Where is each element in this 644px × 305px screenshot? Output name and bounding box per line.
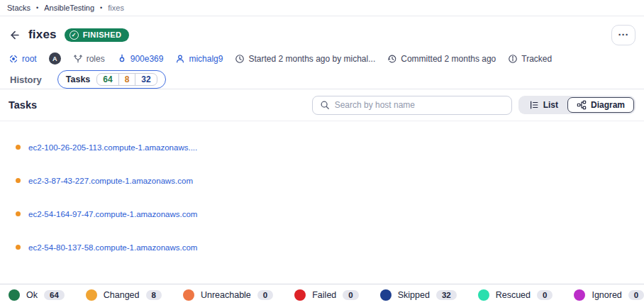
breadcrumb: Stacks • AnsibleTesting • fixes [0,0,644,16]
view-toggle: List Diagram [518,96,635,114]
playbook-item: roles [73,54,105,64]
host-status-dot [16,178,21,183]
breadcrumb-current: fixes [108,4,124,12]
host-link[interactable]: ec2-100-26-205-113.compute-1.amazonaws..… [28,143,197,152]
legend-item-rescued: Rescued 0 [478,289,553,301]
user-icon [175,54,185,64]
legend-count: 8 [146,290,162,300]
ok-dot [9,289,20,301]
legend-label: Failed [312,290,336,300]
view-list-button[interactable]: List [520,97,567,113]
check-icon: ✓ [70,30,79,40]
skipped-dot [380,289,392,301]
breadcrumb-separator: • [36,4,38,11]
target-icon [9,54,18,64]
commit-item[interactable]: 900e369 [117,54,164,64]
more-options-button[interactable]: ··· [611,25,635,45]
legend-count: 0 [628,290,644,300]
legend-label: Unreachable [201,290,251,300]
started-item: Started 2 months ago by michal... [235,54,375,64]
host-status-dot [16,211,21,216]
diagram-icon [577,100,587,110]
clock-icon [235,54,245,64]
info-icon [508,54,518,64]
environment-label: root [22,54,37,64]
search-box[interactable] [312,96,512,115]
playbook-label: roles [87,54,105,64]
history-clock-icon [387,54,397,64]
commit-icon [117,54,127,64]
host-link[interactable]: ec2-3-87-43-227.compute-1.amazonaws.com [28,177,193,185]
breadcrumb-stacks[interactable]: Stacks [7,4,30,12]
committed-label: Committed 2 months ago [401,54,496,64]
breadcrumb-stack-name[interactable]: AnsibleTesting [44,4,94,12]
legend-label: Changed [104,290,140,300]
view-diagram-label: Diagram [591,100,625,110]
legend-item-unreachable: Unreachable 0 [183,289,273,301]
status-badge-label: FINISHED [83,30,122,39]
failed-dot [294,289,306,301]
commit-hash: 900e369 [131,54,164,64]
user-item[interactable]: michalg9 [175,54,223,64]
legend-item-ignored: Ignored 0 [574,289,644,301]
environment-item[interactable]: root [9,54,37,64]
status-badge: ✓ FINISHED [65,28,130,42]
legend-item-failed: Failed 0 [294,289,358,301]
legend-item-changed: Changed 8 [86,289,162,301]
host-status-dot [16,245,21,250]
tab-tasks[interactable]: Tasks 64 8 32 [57,70,166,89]
title-row: fixes ✓ FINISHED ··· [0,16,644,45]
status-legend: Ok 64 Changed 8 Unreachable 0 Failed 0 S… [0,284,644,305]
legend-label: Ok [26,290,38,300]
legend-item-ok: Ok 64 [9,289,65,301]
host-row: ec2-100-26-205-113.compute-1.amazonaws..… [16,140,644,154]
tab-history[interactable]: History [10,74,42,85]
legend-label: Rescued [496,290,531,300]
search-input[interactable] [335,100,504,110]
committed-item: Committed 2 months ago [387,54,496,64]
ansible-avatar: A [49,52,61,65]
legend-count: 0 [537,290,553,300]
back-icon[interactable] [9,29,21,41]
section-title: Tasks [9,99,312,111]
page-title: fixes [28,28,57,42]
host-link[interactable]: ec2-54-80-137-58.compute-1.amazonaws.com [28,243,197,252]
view-diagram-button[interactable]: Diagram [567,97,634,113]
user-label: michalg9 [189,54,223,64]
meta-row: root A roles 900e369 michalg9 [0,45,644,66]
tracked-label: Tracked [521,54,552,64]
legend-item-skipped: Skipped 32 [380,289,457,301]
legend-count: 32 [436,290,457,300]
host-row: ec2-3-87-43-227.compute-1.amazonaws.com [16,174,644,187]
legend-label: Ignored [592,290,621,300]
task-detail-page: Stacks • AnsibleTesting • fixes fixes ✓ … [0,0,644,305]
task-counts: 64 8 32 [96,73,157,86]
changed-dot [86,289,97,301]
legend-count: 64 [44,290,65,300]
tabs: History Tasks 64 8 32 [0,66,644,89]
search-icon [320,100,330,110]
unreachable-dot [183,289,194,301]
breadcrumb-separator: • [100,4,102,11]
legend-count: 0 [343,290,358,300]
legend-count: 0 [257,290,273,300]
host-link[interactable]: ec2-54-164-97-47.compute-1.amazonaws.com [28,210,197,218]
count-skipped: 32 [135,74,156,85]
list-icon [529,100,539,110]
count-ok: 64 [97,74,118,85]
host-row: ec2-54-164-97-47.compute-1.amazonaws.com [16,207,644,221]
tracked-item: Tracked [508,54,552,64]
host-row: ec2-54-80-137-58.compute-1.amazonaws.com [16,240,644,254]
legend-label: Skipped [398,290,430,300]
host-status-dot [16,145,21,150]
ignored-dot [574,289,585,301]
host-list: ec2-100-26-205-113.compute-1.amazonaws..… [0,121,644,284]
count-changed: 8 [119,74,136,85]
tab-tasks-label: Tasks [66,74,91,84]
rescued-dot [478,289,489,301]
started-label: Started 2 months ago by michal... [248,54,375,64]
header: fixes ✓ FINISHED ··· root A roles [0,16,644,89]
view-list-label: List [543,100,558,110]
branch-icon [73,54,83,64]
tasks-section-header: Tasks List Diagram [0,89,644,121]
